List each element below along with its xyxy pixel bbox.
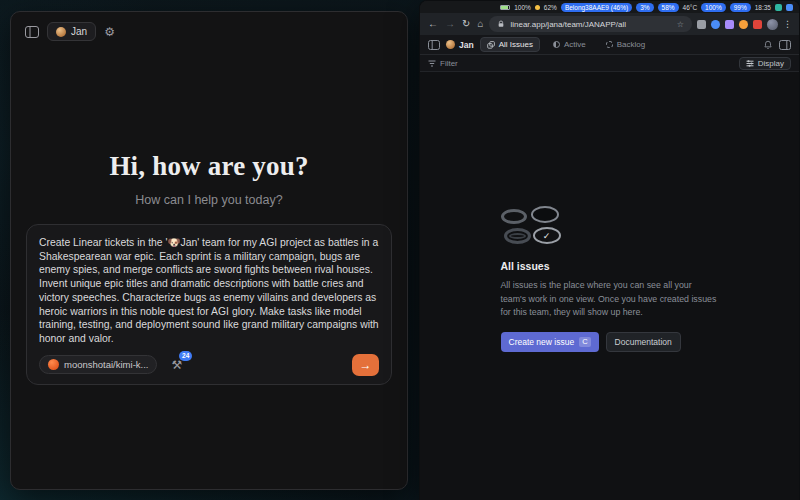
home-icon[interactable]: ⌂ bbox=[476, 19, 484, 29]
bookmark-star-icon[interactable]: ☆ bbox=[677, 20, 684, 29]
ring-icon bbox=[531, 206, 559, 223]
tab-all-issues[interactable]: All Issues bbox=[480, 37, 540, 52]
ring-check-icon: ✓ bbox=[533, 227, 561, 244]
active-icon bbox=[553, 41, 560, 48]
apps-grid-icon[interactable] bbox=[786, 4, 793, 11]
ring-icon bbox=[501, 209, 527, 224]
tab-active[interactable]: Active bbox=[546, 37, 593, 52]
profile-avatar[interactable] bbox=[767, 19, 778, 30]
chat-home: Hi, how are you? How can I help you toda… bbox=[11, 41, 407, 385]
filter-bar: Filter Display bbox=[420, 55, 799, 72]
team-selector-chip[interactable]: Jan bbox=[47, 22, 96, 41]
puzzle-extensions-icon[interactable] bbox=[697, 20, 706, 29]
tools-count-badge: 24 bbox=[179, 351, 192, 361]
send-arrow-icon: → bbox=[360, 358, 372, 372]
greeting-subtitle: How can I help you today? bbox=[135, 193, 282, 207]
linear-main: ✓ All issues All issues is the place whe… bbox=[420, 72, 799, 500]
temperature-label: 46°C bbox=[683, 4, 698, 11]
model-provider-icon bbox=[48, 359, 59, 370]
refresh-icon[interactable]: ↻ bbox=[461, 19, 471, 29]
create-new-issue-label: Create new issue bbox=[509, 337, 575, 347]
tab-backlog-label: Backlog bbox=[617, 40, 645, 49]
team-chip-label: Jan bbox=[71, 26, 87, 37]
status-badge-b: 58% bbox=[658, 3, 679, 12]
linear-sidebar-toggle-icon[interactable] bbox=[428, 40, 440, 50]
extension-icon-purple[interactable] bbox=[725, 20, 734, 29]
chat-topbar: Jan ⚙ bbox=[11, 12, 407, 41]
model-selector[interactable]: moonshotai/kimi-k... bbox=[39, 355, 157, 374]
display-label: Display bbox=[758, 59, 784, 68]
sidebar-toggle-icon[interactable] bbox=[23, 24, 41, 40]
filter-button[interactable]: Filter bbox=[428, 59, 458, 68]
empty-state: ✓ All issues All issues is the place whe… bbox=[501, 206, 719, 352]
browser-toolbar: ← → ↻ ⌂ linear.app/jana/team/JANAPP/all … bbox=[420, 13, 799, 35]
notifications-bell-icon[interactable] bbox=[763, 40, 773, 50]
browser-window: 100% 62% Belong38AAE9 (46%) 3% 58% 46°C … bbox=[419, 0, 800, 500]
extension-icon-red[interactable] bbox=[753, 20, 762, 29]
jan-chat-window: Jan ⚙ Hi, how are you? How can I help yo… bbox=[10, 11, 408, 490]
url-text: linear.app/jana/team/JANAPP/all bbox=[510, 20, 671, 29]
greeting-heading: Hi, how are you? bbox=[109, 151, 308, 182]
create-new-issue-button[interactable]: Create new issue C bbox=[501, 332, 599, 352]
empty-state-illustration: ✓ bbox=[501, 206, 565, 247]
empty-state-description: All issues is the place where you can se… bbox=[501, 279, 719, 320]
battery-level: 100% bbox=[514, 4, 531, 11]
network-badge: Belong38AAE9 (46%) bbox=[561, 3, 632, 12]
check-icon: ✓ bbox=[543, 231, 551, 241]
display-icon bbox=[746, 60, 754, 67]
dog-emoji-icon bbox=[56, 27, 66, 37]
empty-state-title: All issues bbox=[501, 260, 719, 272]
lock-icon bbox=[497, 20, 505, 28]
mail-icon[interactable] bbox=[775, 4, 782, 11]
chat-input-toolbar: moonshotai/kimi-k... ⚒ 24 → bbox=[39, 354, 379, 376]
menu-kebab-icon[interactable]: ⋮ bbox=[783, 19, 792, 29]
status-badge-d: 99% bbox=[730, 3, 751, 12]
back-icon[interactable]: ← bbox=[427, 19, 439, 29]
tab-all-issues-label: All Issues bbox=[499, 40, 533, 49]
battery-icon bbox=[500, 5, 510, 10]
linear-team-label: Jan bbox=[459, 40, 474, 50]
empty-state-actions: Create new issue C Documentation bbox=[501, 332, 719, 352]
linear-team-name[interactable]: Jan bbox=[446, 40, 474, 50]
side-panel-icon[interactable] bbox=[779, 40, 791, 50]
clock-label: 18:35 bbox=[755, 4, 771, 11]
extension-icon-orange[interactable] bbox=[739, 20, 748, 29]
documentation-button[interactable]: Documentation bbox=[606, 332, 681, 352]
brightness-icon bbox=[535, 5, 540, 10]
forward-icon[interactable]: → bbox=[444, 19, 456, 29]
chat-input-box[interactable]: Create Linear tickets in the '🐶Jan' team… bbox=[26, 224, 392, 385]
brightness-level: 62% bbox=[544, 4, 557, 11]
ring-icon bbox=[504, 228, 531, 244]
tab-backlog[interactable]: Backlog bbox=[599, 37, 652, 52]
filter-label: Filter bbox=[440, 59, 458, 68]
filter-icon bbox=[428, 60, 436, 67]
status-badge-c: 100% bbox=[701, 3, 726, 12]
chat-input-text[interactable]: Create Linear tickets in the '🐶Jan' team… bbox=[39, 236, 379, 346]
team-emoji-icon bbox=[446, 40, 455, 49]
tools-button[interactable]: ⚒ 24 bbox=[171, 358, 182, 372]
backlog-icon bbox=[606, 41, 613, 48]
send-button[interactable]: → bbox=[352, 354, 379, 376]
address-bar[interactable]: linear.app/jana/team/JANAPP/all ☆ bbox=[489, 16, 692, 32]
system-status-bar: 100% 62% Belong38AAE9 (46%) 3% 58% 46°C … bbox=[420, 1, 799, 13]
display-button[interactable]: Display bbox=[739, 57, 791, 70]
all-issues-icon bbox=[487, 41, 495, 49]
linear-header: Jan All Issues Active Backlog bbox=[420, 35, 799, 55]
settings-gear-icon[interactable]: ⚙ bbox=[102, 24, 117, 40]
model-name-label: moonshotai/kimi-k... bbox=[64, 359, 148, 370]
status-badge-a: 3% bbox=[636, 3, 653, 12]
tab-active-label: Active bbox=[564, 40, 586, 49]
shortcut-key-badge: C bbox=[579, 337, 590, 348]
extension-icon-blue[interactable] bbox=[711, 20, 720, 29]
